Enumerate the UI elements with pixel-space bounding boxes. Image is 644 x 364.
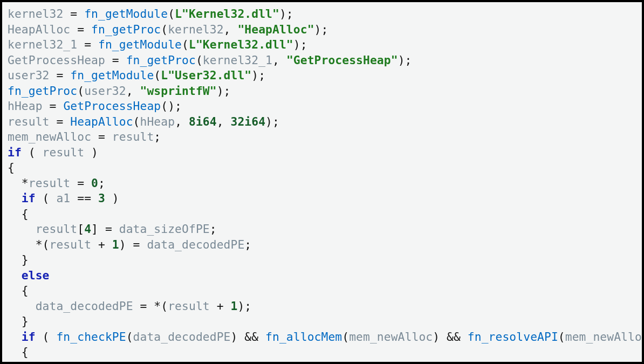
code-token: ( xyxy=(126,330,133,344)
code-token: mem_newAlloc xyxy=(140,361,224,365)
code-token: *( xyxy=(154,299,168,313)
code-line: { xyxy=(8,284,29,297)
code-token: = xyxy=(105,53,126,67)
code-token: "HeapAlloc" xyxy=(237,23,314,36)
code-token: ( xyxy=(168,7,175,20)
code-token: == xyxy=(70,191,98,205)
code-token: ( xyxy=(36,330,57,344)
code-token: + xyxy=(210,299,231,313)
code-token: *( xyxy=(8,238,50,251)
code-token: ; xyxy=(154,130,161,143)
code-token: 1 xyxy=(112,238,119,251)
code-line: kernel32_1 = fn_getModule(L"Kernel32.dll… xyxy=(8,38,307,51)
code-token: = xyxy=(133,299,154,313)
code-token: L xyxy=(161,68,168,82)
code-token: fn_resolveAPI xyxy=(468,330,558,344)
code-token: ; xyxy=(210,222,217,236)
code-line: if ( fn_checkPE(data_decodedPE) && fn_al… xyxy=(8,330,644,344)
code-token: = xyxy=(77,38,98,51)
code-token: ); xyxy=(251,68,265,82)
code-token: ] = xyxy=(91,222,119,236)
code-token: ( xyxy=(36,191,57,205)
code-line: if ( fn_runMem(mem_newAlloc, data_config… xyxy=(8,361,335,365)
code-token xyxy=(8,330,22,344)
code-token: = xyxy=(91,130,112,143)
code-token: , xyxy=(217,115,231,128)
code-token: fn_getModule xyxy=(84,7,168,20)
code-token: "User32.dll" xyxy=(168,68,251,82)
code-token: mem_newAlloc xyxy=(8,130,91,143)
code-token: ; xyxy=(98,176,105,190)
code-token: = xyxy=(50,68,71,82)
code-token: ) && xyxy=(433,330,468,344)
code-token: kernel32 xyxy=(8,7,63,20)
code-token: ( xyxy=(558,330,565,344)
code-line: { xyxy=(8,161,15,174)
code-token: ) ) xyxy=(314,361,335,365)
code-token: fn_getProc xyxy=(126,53,196,67)
code-token: kernel32_1 xyxy=(203,53,272,67)
code-token: ( xyxy=(22,146,43,159)
code-token: ( xyxy=(196,53,203,67)
code-token: "GetProcessHeap" xyxy=(286,53,398,67)
code-token: [ xyxy=(77,222,84,236)
code-token: data_decodedPE xyxy=(36,299,133,313)
code-token: ( xyxy=(154,68,161,82)
code-line: kernel32 = fn_getModule(L"Kernel32.dll")… xyxy=(8,7,293,20)
code-token: a1 xyxy=(56,191,70,205)
code-token: = xyxy=(63,7,84,20)
code-token: hHeap xyxy=(8,99,43,113)
code-token: L xyxy=(189,38,196,51)
code-token: result xyxy=(29,176,71,190)
code-token: ( xyxy=(133,115,140,128)
code-token: data_decodedPE xyxy=(147,238,244,251)
code-token: kernel32 xyxy=(168,23,223,36)
code-token: ); xyxy=(237,299,251,313)
code-token: fn_getModule xyxy=(70,68,154,82)
code-token: 1 xyxy=(231,299,238,313)
code-token: data_sizeOfPE xyxy=(119,222,210,236)
code-token: } xyxy=(8,314,29,328)
code-token: ); xyxy=(314,23,328,36)
code-token: data_decodedPE xyxy=(133,330,231,344)
code-line: else xyxy=(8,269,50,282)
code-token: ) && xyxy=(231,330,266,344)
code-token: if xyxy=(22,191,36,205)
code-token: "Kernel32.dll" xyxy=(196,38,293,51)
code-line: *(result + 1) = data_decodedPE; xyxy=(8,238,251,251)
code-token: fn_getProc xyxy=(8,84,77,98)
code-token: ( xyxy=(161,23,168,36)
code-token: kernel32_1 xyxy=(8,38,77,51)
code-token: , xyxy=(175,115,189,128)
code-token: = xyxy=(70,176,91,190)
code-token xyxy=(8,299,36,313)
code-line: HeapAlloc = fn_getProc(kernel32, "HeapAl… xyxy=(8,23,328,36)
code-token: (); xyxy=(161,99,182,113)
code-token xyxy=(8,191,22,205)
code-token: if xyxy=(36,361,50,365)
code-token: , xyxy=(126,84,140,98)
code-token: ); xyxy=(279,7,293,20)
code-token: L xyxy=(175,7,182,20)
code-token: { xyxy=(8,207,29,221)
code-token: 3 xyxy=(98,191,105,205)
code-token: ( xyxy=(133,361,140,365)
code-token: fn_allocMem xyxy=(265,330,342,344)
code-token: user32 xyxy=(8,68,50,82)
decompiled-code-block: kernel32 = fn_getModule(L"Kernel32.dll")… xyxy=(8,6,636,364)
code-token: = xyxy=(70,23,91,36)
code-token: ) = xyxy=(119,238,147,251)
code-token: ); xyxy=(217,84,231,98)
code-token: result xyxy=(50,238,92,251)
code-token xyxy=(8,269,22,282)
code-line: mem_newAlloc = result; xyxy=(8,130,161,143)
code-token: user32 xyxy=(84,84,126,98)
code-token: ( xyxy=(77,84,84,98)
code-viewer-frame: kernel32 = fn_getModule(L"Kernel32.dll")… xyxy=(0,0,644,364)
code-token: , xyxy=(224,23,238,36)
code-line: data_decodedPE = *(result + 1); xyxy=(8,299,251,313)
code-token: 0 xyxy=(91,176,98,190)
code-token: result xyxy=(168,299,210,313)
code-token: GetProcessHeap xyxy=(8,53,105,67)
code-token: else xyxy=(22,269,50,282)
